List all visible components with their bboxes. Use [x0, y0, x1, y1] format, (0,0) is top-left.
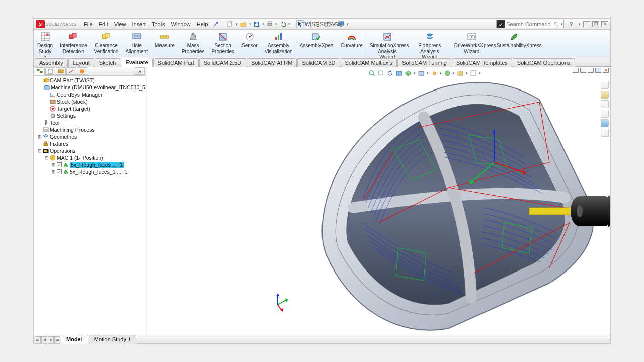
tab-solidcam-3d[interactable]: SolidCAM 3D	[297, 58, 340, 67]
new-button[interactable]	[226, 20, 234, 28]
tab-nav-next[interactable]: ▶	[48, 336, 54, 343]
undo-button[interactable]	[279, 20, 287, 28]
view-triad[interactable]	[272, 292, 290, 312]
new-dropdown[interactable]	[235, 22, 238, 26]
menu-edit[interactable]: Edit	[96, 20, 111, 29]
ribbon-toolbar: DesignStudy▾InterferenceDetectionClearan…	[34, 30, 610, 57]
svg-rect-13	[498, 22, 503, 27]
open-button[interactable]	[239, 20, 248, 28]
search-dropdown[interactable]	[560, 22, 564, 26]
svg-rect-60	[45, 120, 47, 123]
tree-machine-dmu50-evolinear-itnc530-5x-sim[interactable]: Machine (DMU50-eVolinear_iTNC530_5X-Sim)	[34, 84, 146, 91]
tab-nav-last[interactable]: ⏭	[54, 336, 60, 343]
tab-sketch[interactable]: Sketch	[95, 58, 121, 67]
ribbon-driveworksxpress-wizard[interactable]: DriveWorksXpressWizard	[451, 31, 493, 57]
svg-rect-2	[255, 24, 258, 26]
ribbon-hole-alignment[interactable]: HoleAlignment	[122, 31, 151, 57]
bottom-tab-model[interactable]: Model	[61, 335, 88, 344]
undo-dropdown[interactable]	[288, 22, 291, 26]
tab-solidcam-part[interactable]: SolidCAM Part	[153, 58, 199, 67]
print-dropdown[interactable]	[275, 22, 278, 26]
search-commands[interactable]	[496, 20, 564, 28]
fm-tab-property[interactable]	[45, 67, 55, 75]
tab-evaluate[interactable]: Evaluate	[121, 58, 152, 67]
fm-tab-dim[interactable]	[66, 67, 76, 75]
search-input[interactable]	[505, 20, 552, 28]
tree-tool[interactable]: Tool	[34, 119, 146, 126]
menu-insert[interactable]: Insert	[129, 20, 149, 29]
ribbon-interference-detection[interactable]: InterferenceDetection	[56, 31, 90, 57]
tab-solidcam-operations[interactable]: SolidCAM Operations	[513, 58, 575, 67]
fm-tab-tree[interactable]	[35, 67, 45, 75]
ribbon-measure[interactable]: Measure	[151, 31, 178, 57]
tree-target-target[interactable]: Target (target)	[34, 105, 146, 112]
menu-window[interactable]: Window	[168, 20, 194, 29]
tab-solidcam-turning[interactable]: SolidCAM Turning	[397, 58, 451, 67]
tree-5x-rough-faces-t1[interactable]: ⊞✓5x_Rough_faces ...T1	[34, 161, 146, 168]
tab-solidcam-templates[interactable]: SolidCAM Templates	[452, 58, 512, 67]
close-button[interactable]: ✕	[601, 21, 608, 27]
svg-point-57	[52, 108, 54, 110]
menu-view[interactable]: View	[111, 20, 129, 29]
ribbon-floxpress-analysis-wizard[interactable]: FloXpressAnalysis Wizard	[409, 31, 451, 57]
ribbon-assembly-visualization[interactable]: AssemblyVisualization	[261, 31, 296, 57]
ribbon-clearance-verification[interactable]: ClearanceVerification	[91, 31, 122, 57]
tree-machining-process[interactable]: Machining Process	[34, 126, 146, 133]
help-dropdown[interactable]	[578, 22, 581, 26]
svg-rect-25	[133, 34, 141, 39]
tab-solidcam-2-5d[interactable]: SolidCAM 2.5D	[199, 58, 246, 67]
print-button[interactable]	[266, 20, 274, 28]
ribbon-curvature[interactable]: Curvature	[337, 31, 366, 57]
svg-rect-61	[43, 128, 48, 132]
ribbon-sustainabilityxpress[interactable]: SustainabilityXpress	[493, 31, 535, 57]
ribbon-assemblyxpert[interactable]: AssemblyXpert	[296, 31, 337, 57]
svg-point-27	[137, 35, 139, 37]
tab-assembly[interactable]: Assembly	[35, 58, 68, 67]
menu-file[interactable]: File	[80, 20, 96, 29]
fm-tab-extra[interactable]: »	[135, 67, 145, 75]
fm-tab-config[interactable]	[56, 67, 66, 75]
tab-solidcam-multiaxis[interactable]: SolidCAM Multiaxis	[341, 58, 397, 67]
help-menu-icon[interactable]: ?	[567, 20, 575, 28]
save-button[interactable]	[253, 20, 261, 28]
menu-tools[interactable]: Tools	[149, 20, 168, 29]
minimize-button[interactable]: ─	[583, 21, 590, 27]
ribbon-sensor[interactable]: Sensor	[238, 31, 261, 57]
tree-operations[interactable]: ⊟Operations	[34, 147, 146, 154]
tab-layout[interactable]: Layout	[68, 58, 94, 67]
bottom-tab-motion-study-1[interactable]: Motion Study 1	[89, 335, 136, 344]
fm-tab-display[interactable]	[77, 67, 87, 75]
tree-settings[interactable]: Settings	[34, 112, 146, 119]
brand-label: SOLIDWORKS	[46, 22, 76, 27]
tab-solidcam-afrm[interactable]: SolidCAM AFRM	[247, 58, 297, 67]
tree-coordsys-manager[interactable]: CoordSys Manager	[34, 91, 146, 98]
tree-5x-rough-faces-1-t1[interactable]: ⊞✓5x_Rough_faces_1 ...T1	[34, 168, 146, 175]
svg-rect-22	[72, 33, 76, 37]
tree-stock-stock[interactable]: Stock (stock)	[34, 98, 146, 105]
titlebar: S SOLIDWORKS FileEditViewInsertToolsWind…	[34, 19, 610, 30]
ribbon-design-study[interactable]: DesignStudy▾	[34, 31, 56, 57]
graphics-viewport[interactable]: ✕	[146, 67, 610, 334]
svg-rect-47	[48, 69, 52, 73]
tab-nav-prev[interactable]: ◀	[41, 336, 47, 343]
tree-cam-part-twist[interactable]: CAM-Part (TWIST)	[34, 77, 146, 84]
tree-geometries[interactable]: ⊞Geometries	[34, 133, 146, 140]
tree-mac-1-1-position[interactable]: ⊟1MAC 1 (1- Position)	[34, 154, 146, 161]
ribbon-section-properties[interactable]: SectionProperties	[208, 31, 238, 57]
ribbon-simulationxpress-analysis-wizard[interactable]: SimulationXpressAnalysis Wizard	[366, 31, 409, 57]
search-brand-icon	[497, 20, 505, 28]
open-dropdown[interactable]	[249, 22, 252, 26]
tab-nav-first[interactable]: ⏮	[35, 336, 41, 343]
svg-point-36	[249, 36, 250, 38]
restore-button[interactable]: ❐	[592, 21, 599, 27]
ribbon-mass-properties[interactable]: MassProperties	[178, 31, 208, 57]
svg-rect-64	[44, 144, 48, 146]
save-dropdown[interactable]	[262, 22, 265, 26]
svg-point-59	[52, 115, 54, 117]
menu-help[interactable]: Help	[194, 20, 211, 29]
screen-dropdown[interactable]	[346, 22, 349, 26]
search-icon[interactable]	[552, 22, 560, 27]
tree-fixtures[interactable]: Fixtures	[34, 140, 146, 147]
feature-tree[interactable]: CAM-Part (TWIST)Machine (DMU50-eVolinear…	[34, 76, 146, 334]
help-icon[interactable]	[212, 20, 220, 28]
